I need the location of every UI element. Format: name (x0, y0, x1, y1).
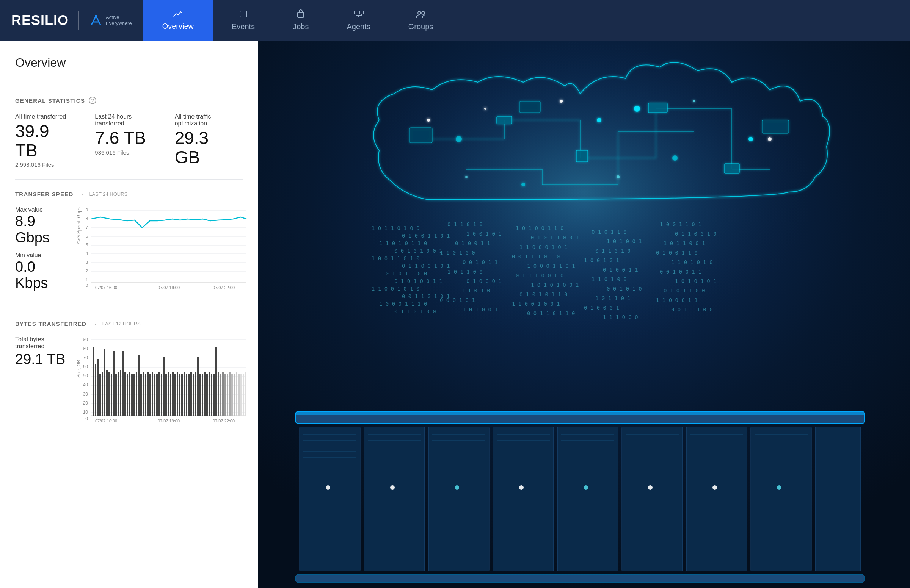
stat-label-0: All time transferred (15, 113, 72, 120)
max-speed-label: Max value (15, 207, 68, 213)
svg-rect-119 (229, 372, 230, 416)
svg-point-159 (427, 119, 430, 122)
bytes-chart-container: Total bytes transferred 29.1 TB (15, 336, 243, 428)
events-icon (239, 10, 248, 20)
tab-agents[interactable]: Agents (328, 0, 389, 40)
tab-overview[interactable]: Overview (143, 0, 213, 40)
svg-text:1 1 0 1 0 1 1 0: 1 1 0 1 0 1 1 0 (379, 240, 427, 246)
svg-text:0 1 0 0 1 1: 0 1 0 0 1 1 (455, 240, 490, 246)
svg-rect-91 (165, 374, 167, 416)
svg-text:07/07 22:00: 07/07 22:00 (213, 418, 235, 423)
svg-rect-75 (129, 372, 130, 416)
svg-text:0 1 0 1 0 1 1 0: 0 1 0 1 0 1 1 0 (520, 291, 567, 297)
svg-text:1 0 0 0 1 1 0 1: 1 0 0 0 1 1 0 1 (527, 263, 575, 269)
nav-tabs: Overview Events Jobs Agents Groups (143, 0, 452, 40)
line-chart-area: 9 8 7 6 5 4 3 2 1 0 AVG Speed, Gbps 07/0… (76, 207, 250, 291)
svg-text:4: 4 (86, 251, 88, 256)
svg-rect-226 (751, 427, 811, 571)
svg-text:0 0 1 0 1 1: 0 0 1 0 1 1 (463, 259, 498, 265)
svg-text:1 0 1 1 0 0: 1 0 1 1 0 0 (447, 269, 483, 275)
agents-icon (353, 10, 364, 20)
right-panel: 1 0 1 1 0 1 0 0 0 1 0 0 1 1 0 1 1 1 0 1 … (258, 40, 910, 588)
svg-text:0 1 1 0 0 1 0: 0 1 1 0 0 1 0 (675, 231, 717, 237)
svg-text:30: 30 (83, 391, 88, 397)
svg-rect-86 (154, 374, 155, 416)
stat-sub-0: 2,998,016 Files (15, 162, 72, 168)
svg-point-12 (418, 11, 421, 15)
bytes-stats: Total bytes transferred 29.1 TB (15, 336, 68, 367)
svg-rect-69 (115, 374, 117, 416)
svg-rect-227 (815, 427, 861, 571)
svg-text:1 0 1 1 0 0 1: 1 0 1 1 0 0 1 (664, 240, 705, 246)
svg-rect-219 (300, 427, 360, 571)
svg-rect-77 (133, 374, 135, 416)
stat-value-1: 7.6 TB (95, 128, 151, 148)
svg-rect-108 (204, 372, 206, 416)
svg-text:6: 6 (86, 234, 88, 238)
stat-value-2: 29.3 GB (175, 128, 231, 167)
svg-rect-62 (99, 374, 101, 416)
svg-rect-82 (145, 374, 146, 416)
svg-rect-120 (231, 374, 233, 416)
svg-rect-101 (188, 374, 189, 416)
svg-text:0 1 1 1 0 0 1 0: 0 1 1 1 0 0 1 0 (516, 272, 563, 278)
svg-text:1 1 0 1 0 0: 1 1 0 1 0 0 (591, 276, 627, 282)
svg-rect-103 (193, 374, 194, 416)
svg-text:1 0 0 1 0 1: 1 0 0 1 0 1 (584, 257, 619, 263)
svg-point-155 (634, 106, 640, 112)
svg-rect-117 (225, 374, 226, 416)
svg-rect-90 (163, 357, 165, 416)
svg-text:07/07 19:00: 07/07 19:00 (158, 285, 180, 290)
svg-text:07/07 16:00: 07/07 16:00 (95, 285, 117, 290)
svg-rect-105 (197, 357, 199, 416)
svg-text:1 0 1 1 0 1: 1 0 1 1 0 1 (595, 295, 631, 301)
svg-rect-125 (243, 374, 244, 416)
svg-point-248 (326, 485, 330, 490)
stat-all-time-transferred: All time transferred 39.9 TB 2,998,016 F… (15, 113, 83, 168)
general-stats-header: GENERAL STATISTICS ? (15, 97, 243, 104)
svg-point-164 (617, 175, 620, 178)
bytes-period: LAST 12 HOURS (102, 321, 141, 326)
svg-text:0: 0 (85, 416, 88, 421)
bytes-transferred-section: BYTES TRANSFERRED · LAST 12 HOURS Total … (15, 320, 243, 428)
info-icon[interactable]: ? (89, 97, 96, 104)
svg-text:70: 70 (83, 355, 88, 360)
tab-events[interactable]: Events (213, 0, 274, 40)
bytes-total-label: Total bytes transferred (15, 336, 68, 350)
svg-rect-100 (186, 374, 187, 416)
svg-point-165 (465, 176, 468, 178)
stat-last-24h-transferred: Last 24 hours transferred 7.6 TB 936,016… (83, 113, 163, 168)
stat-value-0: 39.9 TB (15, 122, 72, 160)
svg-rect-224 (622, 427, 682, 571)
bar-chart-area: 90 80 70 60 50 40 30 20 10 0 Size, GB (76, 336, 250, 428)
svg-text:0 1 0 0 1 1 0: 0 1 0 0 1 1 0 (656, 250, 698, 256)
svg-rect-7 (359, 11, 363, 14)
svg-text:0 0 0 1 0 1: 0 0 0 1 0 1 (440, 297, 475, 303)
svg-text:3: 3 (86, 260, 88, 265)
svg-text:07/07 19:00: 07/07 19:00 (158, 418, 180, 423)
app-name: RESILIO (11, 13, 69, 28)
svg-rect-220 (364, 427, 425, 571)
svg-rect-94 (172, 372, 174, 416)
svg-text:1 0 1 0 0 1: 1 0 1 0 0 1 (463, 307, 498, 313)
svg-text:1 0 1 0 1 0 0 1: 1 0 1 0 1 0 0 1 (531, 282, 579, 288)
page-title: Overview (15, 56, 243, 70)
svg-rect-98 (181, 374, 183, 416)
svg-rect-5 (298, 12, 304, 18)
stat-traffic-optimization: All time traffic optimization 29.3 GB (163, 113, 243, 168)
svg-rect-115 (220, 374, 222, 416)
svg-point-0 (95, 15, 97, 17)
svg-rect-225 (686, 427, 747, 571)
tab-groups[interactable]: Groups (389, 0, 452, 40)
active-everywhere-text: Active Everywhere (106, 15, 132, 26)
svg-text:1 0 1 0 1 1 0 0: 1 0 1 0 1 1 0 0 (379, 270, 427, 276)
svg-text:1 1 0 0 0 1 1: 1 1 0 0 0 1 1 (656, 297, 698, 303)
svg-point-255 (777, 485, 782, 490)
svg-point-150 (456, 136, 462, 142)
svg-rect-118 (227, 374, 228, 416)
svg-text:8: 8 (86, 216, 88, 221)
tab-jobs[interactable]: Jobs (274, 0, 328, 40)
svg-rect-156 (410, 128, 432, 143)
svg-text:1 1 0 1 0 1 0: 1 1 0 1 0 1 0 (671, 259, 713, 265)
svg-rect-78 (136, 372, 137, 416)
